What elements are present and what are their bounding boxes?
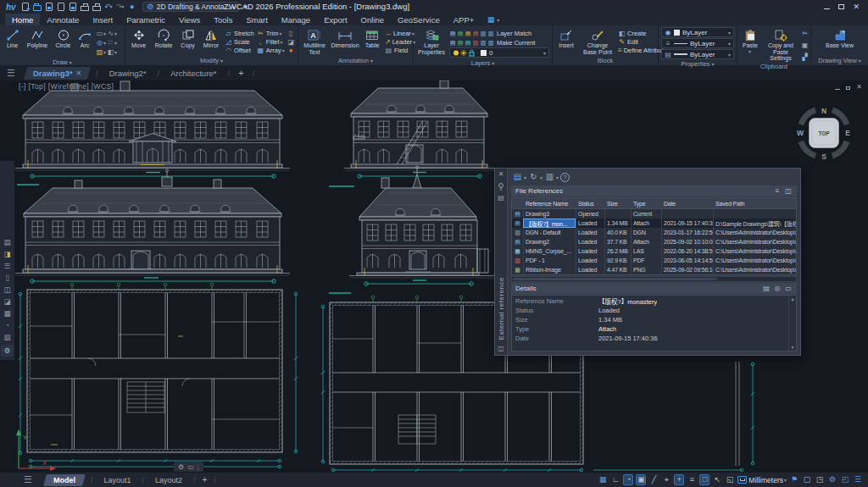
panel-label-clipboard[interactable]: Clipboard: [737, 63, 810, 70]
help-icon[interactable]: ?: [560, 173, 570, 182]
view-cube[interactable]: N E S W TOP: [792, 101, 856, 165]
tree-view-icon[interactable]: ◫: [784, 187, 793, 195]
arc-tool-icon[interactable]: ◔: [2, 321, 13, 330]
details-view-icon[interactable]: ▤: [762, 285, 771, 292]
snap-target-icon[interactable]: ⌖: [661, 474, 671, 485]
save-icon[interactable]: [44, 2, 54, 12]
tab-tools[interactable]: Tools: [207, 14, 239, 25]
layout-menu-icon[interactable]: ☰: [24, 474, 32, 485]
layer-unisolate-icon[interactable]: ▥: [487, 30, 494, 37]
maximize-button[interactable]: [838, 3, 844, 11]
column-saved-path[interactable]: Saved Path: [713, 198, 796, 208]
panel-label-properties[interactable]: Properties▾: [659, 60, 737, 68]
layer-walk-icon[interactable]: ▤: [457, 40, 464, 47]
tab-annotate[interactable]: Annotate: [40, 14, 86, 25]
fillet-button[interactable]: ◟Fillet▾: [257, 37, 285, 46]
polar-tracking-icon[interactable]: ◔: [623, 474, 633, 485]
copy-icon[interactable]: [68, 2, 78, 12]
layer-thaw-icon[interactable]: ▤: [457, 30, 464, 37]
tab-insert[interactable]: Insert: [86, 14, 120, 25]
layer-off-icon[interactable]: ▤: [472, 30, 479, 37]
layer-lock-icon[interactable]: ▤: [465, 30, 471, 37]
column-size[interactable]: Size: [604, 198, 631, 208]
compass-south[interactable]: S: [821, 152, 826, 161]
panel-label-drawing-view[interactable]: Drawing View▾: [811, 56, 868, 65]
model-tab[interactable]: Model: [43, 474, 86, 486]
compass-west[interactable]: W: [797, 129, 804, 137]
sheet-icon[interactable]: ▢: [802, 474, 812, 485]
panel-label-block[interactable]: Block: [553, 56, 658, 65]
layer-match-button[interactable]: Layer Match: [497, 30, 531, 37]
column-status[interactable]: Status: [576, 198, 604, 208]
toolbar-settings-button[interactable]: ⚙: [1, 345, 14, 357]
line-button[interactable]: Line: [2, 27, 23, 58]
field-button[interactable]: ▤Field: [385, 46, 414, 54]
layer-freeze-icon[interactable]: ▤: [449, 40, 456, 47]
child-restore-button[interactable]: [846, 83, 850, 91]
point-icon[interactable]: ∷: [107, 39, 114, 47]
object-snap-icon[interactable]: ▣: [636, 474, 646, 485]
image-tool-icon[interactable]: ▧: [2, 333, 13, 342]
vertical-scrollbar[interactable]: ▲▼: [788, 296, 796, 351]
attach-dropdown-icon[interactable]: ▾: [524, 174, 526, 180]
viewport-controls[interactable]: [-] [Top] [Wireframe] [WCS]: [19, 82, 114, 91]
layout2-tab[interactable]: Layout2: [147, 474, 191, 486]
ribbon-style-toggle[interactable]: ▦▾: [481, 14, 504, 25]
redo-icon[interactable]: ↷▾: [115, 2, 125, 12]
layer-delete-icon[interactable]: ▧: [472, 40, 479, 47]
xref-row[interactable]: ▩ Ribbon-ImageLoaded4.47 KBPNG2025-09-02…: [512, 265, 796, 274]
settings-gear-icon[interactable]: ⚙: [827, 474, 837, 485]
link-tool-icon[interactable]: ◫: [2, 285, 13, 295]
column-reference-name[interactable]: Reference Name: [523, 198, 576, 208]
region-icon[interactable]: ◧: [107, 48, 114, 56]
trim-button[interactable]: ✂Trim▾: [257, 29, 285, 37]
xref-row[interactable]: ▤ Drawing3OpenedCurrent: [512, 209, 796, 219]
xref-row[interactable]: ▥ PDF - 1Loaded92.9 KBPDF2023-06-05 14:1…: [512, 256, 796, 265]
column-type[interactable]: Type: [631, 198, 661, 208]
stretch-button[interactable]: ▱Stretch: [225, 29, 254, 37]
attach-dwg-icon[interactable]: ▤: [512, 172, 523, 183]
multiline-text-button[interactable]: A Multiline Text: [300, 27, 329, 56]
edit-block-button[interactable]: ✎Edit: [618, 37, 659, 46]
plot-preview-icon[interactable]: [92, 2, 102, 12]
match-properties-button[interactable]: ▯: [287, 29, 295, 37]
panel-label-draw[interactable]: Draw▾: [0, 58, 125, 66]
refresh-dropdown-icon[interactable]: ▾: [540, 174, 542, 180]
layer-unlock-icon[interactable]: ▤: [465, 40, 471, 47]
layer-merge-icon[interactable]: ▥: [480, 40, 487, 47]
explode-button[interactable]: ●: [287, 46, 295, 54]
hatch-tool-icon[interactable]: ◨: [2, 250, 13, 259]
make-current-button[interactable]: Make Current: [497, 39, 535, 47]
dimension-button[interactable]: Dimension: [330, 27, 360, 56]
minimize-button[interactable]: [824, 3, 830, 11]
xref-row[interactable]: ▤ Drawing2Loaded37.7 KBAttach2025-09-02 …: [512, 237, 796, 246]
leader-button[interactable]: ↗Leader▾: [385, 37, 414, 46]
erase-button[interactable]: ◪: [287, 37, 295, 46]
block-tool-icon[interactable]: ◪: [2, 297, 13, 307]
linetype-control[interactable]: ≡ByLayer▾: [661, 38, 734, 48]
tab-online[interactable]: Online: [354, 14, 391, 25]
base-view-button[interactable]: Base View: [825, 27, 855, 56]
units-control[interactable]: Millimeters ▾: [737, 476, 787, 484]
column-tool-icon[interactable]: ▯: [2, 274, 13, 283]
child-close-button[interactable]: ✕: [856, 84, 862, 91]
layout1-tab[interactable]: Layout1: [95, 474, 139, 486]
linear-dim-button[interactable]: ↔Linear▾: [385, 29, 414, 37]
arc-button[interactable]: Arc: [75, 27, 94, 58]
gear-icon[interactable]: ⚙: [178, 463, 184, 471]
ortho-toggle-icon[interactable]: ∟: [610, 474, 620, 485]
rotate-button[interactable]: Rotate: [151, 27, 176, 56]
refresh-icon[interactable]: ↻: [528, 172, 539, 183]
lineweight-control[interactable]: ▤ByLayer▾: [661, 49, 734, 59]
revision-cloud-icon[interactable]: ∿: [107, 30, 114, 37]
close-tab-icon[interactable]: ✕: [75, 69, 81, 77]
layer-prev-icon[interactable]: ▥: [487, 40, 494, 47]
mirror-button[interactable]: Mirror: [199, 27, 223, 56]
panel-label-annotation[interactable]: Annotation▾: [298, 56, 413, 65]
list-tool-icon[interactable]: ☰: [2, 262, 13, 271]
doc-tabs-menu-icon[interactable]: ☰: [7, 68, 15, 79]
report-dropdown-icon[interactable]: ▾: [556, 174, 559, 180]
panel-label-layers[interactable]: Layers▾: [414, 59, 552, 67]
scroll-up-icon[interactable]: ▲: [791, 296, 795, 302]
copy-clip-button[interactable]: ▣: [801, 41, 809, 49]
